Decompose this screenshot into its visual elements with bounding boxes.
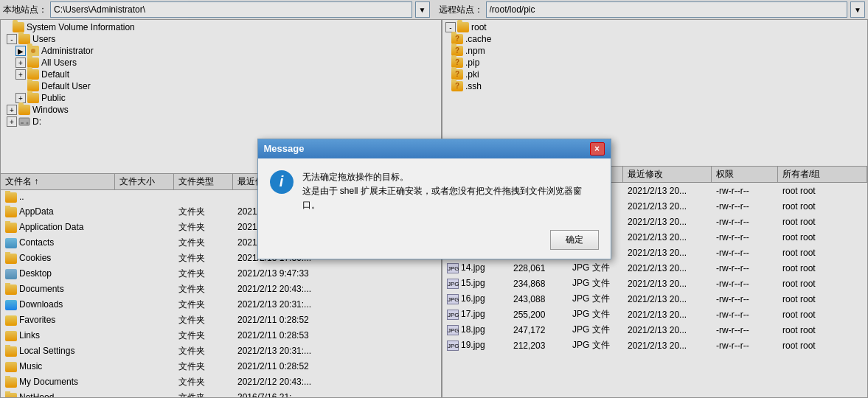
modal-title: Message	[264, 143, 305, 154]
modal-titlebar: Message ×	[258, 139, 611, 158]
modal-message: 无法确定拖放操作的目标。 这是由于 shell 扩展未正确安装，或者您没有把文件…	[302, 170, 599, 213]
message-dialog: Message × i 无法确定拖放操作的目标。 这是由于 shell 扩展未正…	[257, 139, 611, 260]
modal-message-line2: 这是由于 shell 扩展未正确安装，或者您没有把文件拖拽到文件浏览器窗口。	[302, 184, 599, 212]
modal-footer: 确定	[258, 224, 611, 259]
modal-overlay: Message × i 无法确定拖放操作的目标。 这是由于 shell 扩展未正…	[0, 0, 868, 398]
modal-message-line1: 无法确定拖放操作的目标。	[302, 170, 599, 184]
info-icon: i	[270, 170, 294, 194]
modal-ok-button[interactable]: 确定	[550, 230, 599, 250]
modal-close-button[interactable]: ×	[590, 142, 605, 156]
modal-body: i 无法确定拖放操作的目标。 这是由于 shell 扩展未正确安装，或者您没有把…	[258, 158, 611, 225]
